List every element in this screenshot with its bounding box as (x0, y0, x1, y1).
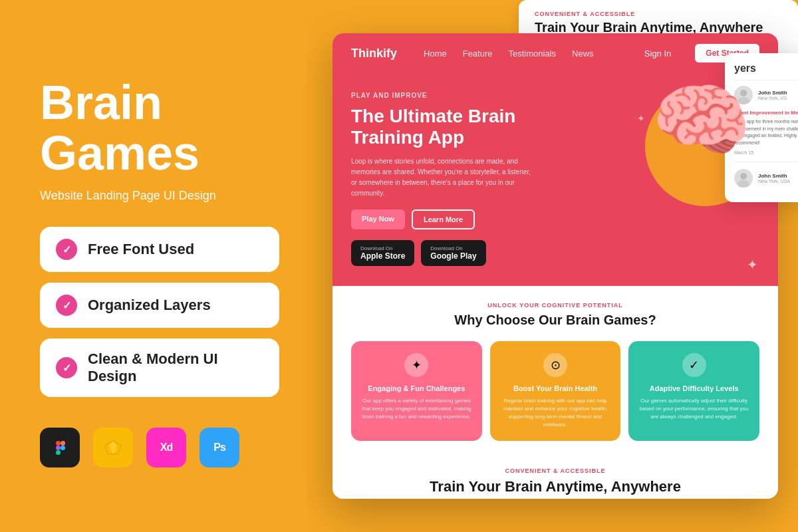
mock-hero-buttons: Play Now Learn More (351, 209, 759, 229)
reviewer1-name: John Smith (758, 90, 787, 96)
mock-features-section: UNLOCK YOUR COGNITIVE POTENTIAL Why Choo… (332, 286, 778, 457)
boost-icon: ⊙ (543, 353, 567, 377)
mock-hero-section: PLAY AND IMPROVE The Ultimate Brain Trai… (332, 73, 778, 286)
reviewer2-name: John Smith (758, 173, 790, 179)
feature-label-clean-ui: Clean & Modern UI Design (88, 350, 263, 385)
svg-point-10 (737, 180, 749, 188)
bottom-tag: CONVENIENT & ACCESSIBLE (351, 467, 759, 474)
sparkle-icon-2: ✦ (637, 113, 645, 124)
subtitle: Website Landing Page UI Design (40, 189, 279, 203)
adaptive-icon: ✓ (682, 353, 706, 377)
main-title: Brain Games (40, 78, 279, 178)
svg-rect-1 (61, 441, 65, 446)
feature-cards: ✦ Engaging & Fun Challenges Our app offe… (351, 341, 759, 441)
layers-text: yers (734, 63, 756, 74)
nav-news[interactable]: News (572, 49, 594, 59)
engaging-icon: ✦ (404, 353, 428, 377)
nav-home[interactable]: Home (424, 49, 447, 59)
feature-card-adaptive: ✓ Adaptive Difficulty Levels Our games a… (628, 341, 759, 441)
google-dl-store: Google Play (430, 251, 476, 261)
google-dl-label: Download On (430, 245, 476, 251)
right-panel: CONVENIENT & ACCESSIBLE Train Your Brain… (306, 0, 798, 532)
engaging-title: Engaging & Fun Challenges (360, 384, 473, 393)
feature-card-engaging: ✦ Engaging & Fun Challenges Our app offe… (351, 341, 482, 441)
sketch-icon (93, 428, 133, 467)
check-icon-3: ✓ (56, 357, 77, 378)
feature-label-organized-layers: Organized Layers (88, 297, 211, 314)
feature-badge-organized-layers: ✓ Organized Layers (40, 283, 279, 328)
svg-point-9 (740, 173, 747, 180)
sparkle-icon-3: ✦ (747, 257, 758, 273)
svg-point-4 (61, 446, 65, 450)
browser-mockup: Thinkify Home Feature Testimonials News … (332, 33, 778, 499)
reviewer2-avatar (734, 169, 753, 188)
boost-desc: Regular brain training with our app can … (499, 397, 612, 429)
mock-navbar: Thinkify Home Feature Testimonials News … (332, 33, 778, 73)
ps-icon: Ps (200, 428, 239, 467)
apple-dl-label: Download On (360, 245, 405, 251)
feature-card-boost: ⊙ Boost Your Brain Health Regular brain … (490, 341, 621, 441)
feature-badge-clean-ui: ✓ Clean & Modern UI Design (40, 338, 279, 397)
svg-rect-2 (56, 446, 61, 450)
reviewer2-row: John Smith New York, USA (734, 169, 798, 188)
feature-label-free-font: Free Font Used (88, 241, 194, 258)
brain-character: 🧠 (652, 80, 751, 160)
play-now-button[interactable]: Play Now (351, 209, 405, 229)
bottom-title: Train Your Brain Anytime, Anywhere (351, 478, 759, 495)
nav-testimonials[interactable]: Testimonials (509, 49, 557, 59)
feature-badge-free-font: ✓ Free Font Used (40, 227, 279, 272)
tool-icons-row: Xd Ps (40, 428, 279, 467)
google-play-button[interactable]: Download On Google Play (421, 240, 485, 266)
mock-logo: Thinkify (351, 47, 397, 61)
figma-icon (40, 428, 80, 467)
check-icon-2: ✓ (56, 295, 77, 316)
check-icon-1: ✓ (56, 239, 77, 260)
engaging-desc: Our app offers a variety of entertaining… (360, 397, 473, 421)
reviewer1-location: New York, US (758, 96, 787, 100)
left-panel: Brain Games Website Landing Page UI Desi… (0, 0, 319, 532)
mock-hero-title: The Ultimate Brain Training App (351, 106, 537, 148)
adaptive-desc: Our games automatically adjust their dif… (638, 397, 750, 421)
apple-store-button[interactable]: Download On Apple Store (351, 240, 414, 266)
mock-signin[interactable]: Sign In (644, 49, 671, 59)
learn-more-button[interactable]: Learn More (412, 209, 475, 229)
float-top-tag: CONVENIENT & ACCESSIBLE (535, 11, 782, 17)
mock-bottom-section: CONVENIENT & ACCESSIBLE Train Your Brain… (332, 457, 778, 499)
features-section-title: Why Choose Our Brain Games? (351, 313, 759, 328)
svg-rect-0 (56, 441, 61, 446)
nav-feature[interactable]: Feature (463, 49, 493, 59)
reviewer2-info: John Smith New York, USA (758, 173, 790, 184)
mock-hero-desc: Loop is where stories unfold, connection… (351, 156, 537, 199)
reviewer2-location: New York, USA (758, 179, 790, 184)
xd-icon: Xd (146, 428, 186, 467)
apple-dl-store: Apple Store (360, 251, 405, 261)
boost-title: Boost Your Brain Health (499, 384, 612, 393)
download-buttons: Download On Apple Store Download On Goog… (351, 240, 759, 266)
reviewer1-info: John Smith New York, US (758, 90, 787, 100)
svg-rect-3 (56, 450, 61, 455)
features-section-tag: UNLOCK YOUR COGNITIVE POTENTIAL (351, 302, 759, 309)
adaptive-title: Adaptive Difficulty Levels (638, 384, 750, 393)
